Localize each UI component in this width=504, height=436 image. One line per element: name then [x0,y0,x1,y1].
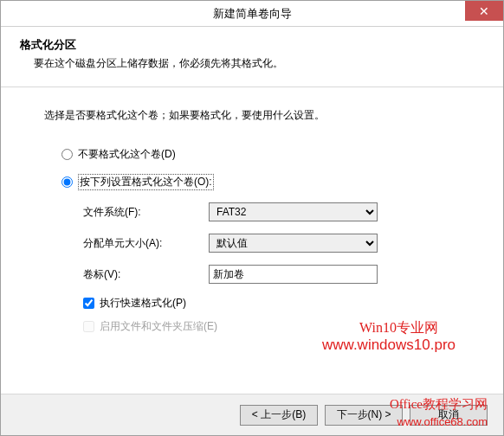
main-panel: 选择是否要格式化这个卷；如果要格式化，要使用什么设置。 不要格式化这个卷(D) … [1,87,503,351]
format-radio-group: 不要格式化这个卷(D) 按下列设置格式化这个卷(O): 文件系统(F): FAT… [44,147,460,334]
compress-label: 启用文件和文件夹压缩(E) [100,319,217,334]
watermark-text-1: Win10专业网 [359,319,438,337]
titlebar: 新建简单卷向导 ✕ [1,1,503,27]
radio-format-label: 按下列设置格式化这个卷(O): [78,174,214,190]
filesystem-select[interactable]: FAT32 [209,202,378,221]
format-fields: 文件系统(F): FAT32 分配单元大小(A): 默认值 卷标(V): [44,202,460,334]
instruction-text: 选择是否要格式化这个卷；如果要格式化，要使用什么设置。 [44,108,460,123]
radio-format-input[interactable] [61,176,73,188]
header-desc: 要在这个磁盘分区上储存数据，你必须先将其格式化。 [20,56,484,71]
alloc-label: 分配单元大小(A): [83,236,209,251]
watermark-text-2: www.windows10.pro [322,337,456,354]
volume-label: 卷标(V): [83,267,209,282]
quick-format-input[interactable] [83,298,94,309]
radio-no-format-input[interactable] [61,149,73,160]
radio-no-format[interactable]: 不要格式化这个卷(D) [44,147,460,162]
radio-no-format-label: 不要格式化这个卷(D) [78,147,176,162]
compress-input [83,321,94,332]
close-button[interactable]: ✕ [465,1,503,21]
filesystem-label: 文件系统(F): [83,205,209,220]
window-title: 新建简单卷向导 [1,6,503,22]
alloc-select[interactable]: 默认值 [209,234,378,253]
back-button[interactable]: < 上一步(B) [240,405,318,426]
quick-format-checkbox[interactable]: 执行快速格式化(P) [83,296,460,311]
watermark-text-4: www.office68.com [397,415,488,428]
alloc-row: 分配单元大小(A): 默认值 [83,234,460,253]
quick-format-label: 执行快速格式化(P) [100,296,186,311]
filesystem-row: 文件系统(F): FAT32 [83,202,460,221]
close-icon: ✕ [479,4,489,18]
watermark-text-3: Office教程学习网 [390,396,488,413]
volume-input[interactable] [209,265,378,284]
header-title: 格式化分区 [20,37,484,53]
header: 格式化分区 要在这个磁盘分区上储存数据，你必须先将其格式化。 [1,27,503,87]
radio-format[interactable]: 按下列设置格式化这个卷(O): [44,174,460,190]
volume-row: 卷标(V): [83,265,460,284]
